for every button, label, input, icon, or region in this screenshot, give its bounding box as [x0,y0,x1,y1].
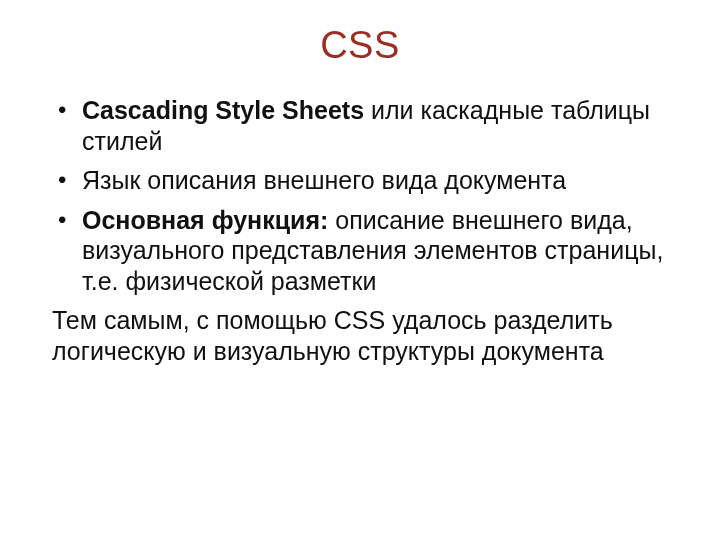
list-item-bold: Основная функция: [82,206,328,234]
list-item-text: Язык описания внешнего вида документа [82,166,566,194]
list-item-bold: Cascading Style Sheets [82,96,364,124]
slide: CSS Cascading Style Sheets или каскадные… [0,0,720,540]
list-item: Cascading Style Sheets или каскадные таб… [52,95,668,156]
list-item: Язык описания внешнего вида документа [52,165,668,196]
list-item: Основная функция: описание внешнего вида… [52,205,668,297]
slide-title: CSS [52,24,668,67]
closing-paragraph: Тем самым, с помощью CSS удалось раздели… [52,305,668,366]
bullet-list: Cascading Style Sheets или каскадные таб… [52,95,668,296]
